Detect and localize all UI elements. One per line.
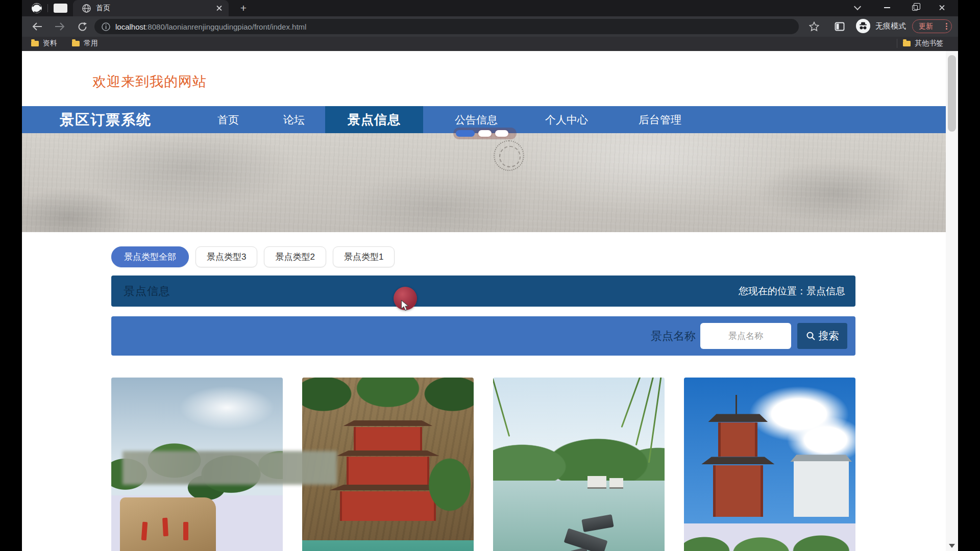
page-scrollbar[interactable] <box>946 51 958 551</box>
tab-separator <box>47 4 48 12</box>
window-close-button[interactable] <box>930 0 954 15</box>
browser-menu-kebab-icon[interactable] <box>946 26 947 27</box>
site-brand[interactable]: 景区订票系统 <box>60 106 152 133</box>
magnifier-icon <box>806 331 816 341</box>
breadcrumb[interactable]: 您现在的位置：景点信息 <box>739 285 845 298</box>
carousel-indicators <box>453 128 517 139</box>
search-field-label: 景点名称 <box>651 316 696 356</box>
tab-search-chevron-icon[interactable] <box>850 3 865 13</box>
new-tab-button[interactable]: + <box>236 2 251 15</box>
letterbox-left <box>0 0 22 551</box>
browser-window: 首页 + localhost:8080/laonianrenjingquding… <box>22 0 958 551</box>
search-bar: 景点名称 搜索 <box>111 316 855 356</box>
section-title-bar: 景点信息 您现在的位置：景点信息 <box>111 276 855 307</box>
web-page: 欢迎来到我的网站 景区订票系统 首页 论坛 景点信息 公告信息 个人中心 后台管… <box>22 51 946 551</box>
search-button-label: 搜索 <box>819 329 839 343</box>
bookmarks-bar: 资料 常用 其他书签 <box>22 37 958 51</box>
nav-item-scenic-info-active[interactable]: 景点信息 <box>325 106 423 133</box>
address-bar[interactable]: localhost:8080/laonianrenjingqudingpiao/… <box>94 19 799 34</box>
back-icon[interactable] <box>30 20 44 33</box>
censor-blur-strip <box>122 451 337 485</box>
welcome-heading: 欢迎来到我的网站 <box>92 72 207 91</box>
nav-item-home[interactable]: 首页 <box>217 106 239 133</box>
scenic-card-3[interactable] <box>493 378 665 551</box>
active-tab[interactable]: 首页 <box>73 0 229 16</box>
nav-item-forum[interactable]: 论坛 <box>283 106 305 133</box>
type-filter-group: 景点类型全部 景点类型3 景点类型2 景点类型1 <box>111 246 395 267</box>
tab-title: 首页 <box>96 4 215 13</box>
update-button[interactable]: 更新 <box>912 19 952 33</box>
filter-type-all[interactable]: 景点类型全部 <box>111 246 189 267</box>
window-restore-button[interactable] <box>903 0 926 15</box>
bookmarks-divider <box>897 39 897 48</box>
carousel-dot-2[interactable] <box>478 130 492 137</box>
forward-icon[interactable] <box>53 20 67 33</box>
scenic-image-lake-pier <box>493 378 665 551</box>
reload-icon[interactable] <box>75 20 89 33</box>
url-text: localhost:8080/laonianrenjingqudingpiao/… <box>115 22 306 31</box>
mouse-cursor <box>394 287 417 310</box>
scenic-image-pavilion <box>684 378 855 551</box>
side-panel-icon[interactable] <box>832 20 847 33</box>
nav-item-personal-center[interactable]: 个人中心 <box>545 106 588 133</box>
scroll-down-arrow-icon[interactable] <box>949 544 955 548</box>
carousel-dot-3[interactable] <box>495 130 508 137</box>
folder-icon <box>903 41 911 46</box>
nav-item-admin[interactable]: 后台管理 <box>639 106 681 133</box>
bookmark-folder-changyong[interactable]: 常用 <box>72 39 98 48</box>
scenic-card-4[interactable] <box>684 378 855 551</box>
bookmark-folder-ziliao[interactable]: 资料 <box>31 39 57 48</box>
scrollbar-thumb[interactable] <box>948 55 956 132</box>
folder-icon <box>31 41 39 46</box>
search-input[interactable] <box>700 323 791 349</box>
filter-type-3[interactable]: 景点类型3 <box>195 246 257 267</box>
screen: 首页 + localhost:8080/laonianrenjingquding… <box>0 0 980 551</box>
pinned-tab[interactable] <box>54 4 67 13</box>
browser-logo-icon[interactable] <box>31 3 42 14</box>
window-minimize-button[interactable] <box>875 0 899 15</box>
letterbox-right <box>958 0 980 551</box>
incognito-icon <box>856 19 870 33</box>
pavilion-spire <box>736 395 737 416</box>
browser-toolbar: localhost:8080/laonianrenjingqudingpiao/… <box>22 16 958 37</box>
banner-ornament <box>494 140 524 171</box>
update-label: 更新 <box>919 22 933 31</box>
tab-close-icon[interactable] <box>215 4 224 12</box>
hero-banner <box>22 133 946 232</box>
filter-type-1[interactable]: 景点类型1 <box>333 246 395 267</box>
incognito-mode-label: 无痕模式 <box>875 21 906 31</box>
folder-icon <box>72 41 80 46</box>
tab-favicon-globe-icon <box>82 4 91 13</box>
filter-type-2[interactable]: 景点类型2 <box>264 246 326 267</box>
search-button[interactable]: 搜索 <box>797 323 847 349</box>
bookmark-star-icon[interactable] <box>807 20 821 33</box>
tab-strip: 首页 + <box>22 0 958 16</box>
page-info-icon[interactable] <box>102 22 110 31</box>
carousel-dot-1-active[interactable] <box>456 130 475 137</box>
section-title: 景点信息 <box>124 284 170 299</box>
other-bookmarks[interactable]: 其他书签 <box>903 39 943 48</box>
